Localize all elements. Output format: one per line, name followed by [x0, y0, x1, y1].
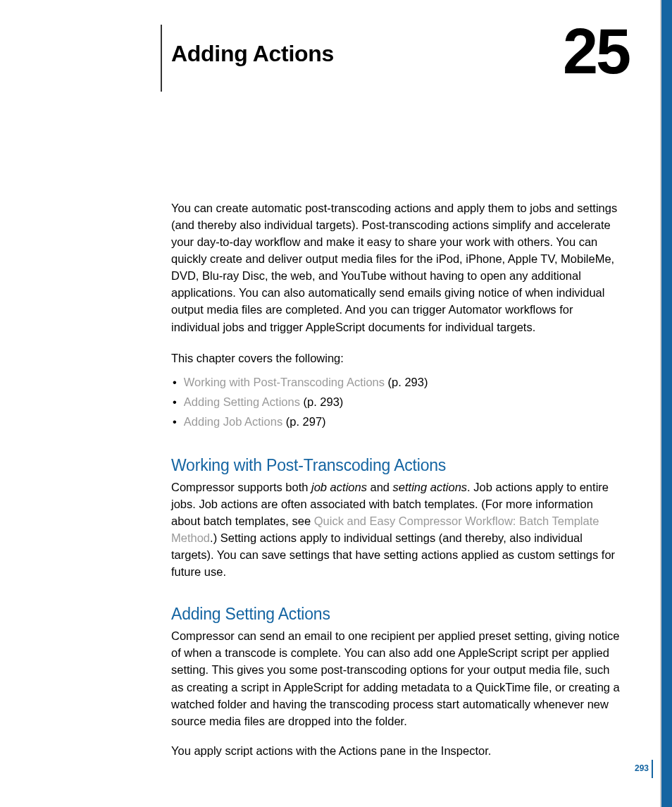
toc-page-ref: (p. 293): [300, 395, 343, 408]
section-heading-working: Working with Post-Transcoding Actions: [171, 456, 620, 475]
page-margin-stripe: [661, 0, 672, 807]
italic-term: job actions: [311, 481, 367, 493]
toc-page-ref: (p. 297): [282, 415, 325, 428]
toc-page-ref: (p. 293): [385, 376, 428, 388]
toc-item: • Working with Post-Transcoding Actions …: [173, 372, 620, 392]
section-heading-adding: Adding Setting Actions: [171, 605, 620, 624]
section-body: Compressor supports both job actions and…: [171, 479, 620, 580]
page-number-rule: [652, 760, 653, 778]
bullet-dot: •: [173, 392, 177, 412]
intro-paragraph: You can create automatic post-transcodin…: [171, 199, 620, 335]
section-body: Compressor can send an email to one reci…: [171, 627, 620, 729]
chapter-title: Adding Actions: [171, 41, 334, 67]
bullet-dot: •: [173, 372, 177, 392]
toc-link[interactable]: Adding Setting Actions: [184, 395, 300, 408]
chapter-covers-label: This chapter covers the following:: [171, 350, 620, 366]
bullet-dot: •: [173, 412, 177, 431]
page-content: You can create automatic post-transcodin…: [171, 199, 620, 772]
page-thin-rule: [660, 0, 661, 807]
toc-link[interactable]: Working with Post-Transcoding Actions: [184, 376, 385, 388]
italic-term: setting actions: [393, 481, 467, 493]
toc-item: • Adding Setting Actions (p. 293): [173, 392, 620, 412]
chapter-header-rule: [161, 25, 162, 92]
section-body: You apply script actions with the Action…: [171, 742, 620, 759]
toc-link[interactable]: Adding Job Actions: [184, 415, 282, 428]
document-page: Adding Actions 25 You can create automat…: [0, 0, 672, 807]
page-number: 293: [635, 763, 649, 773]
toc-item: • Adding Job Actions (p. 297): [173, 412, 620, 431]
chapter-number: 25: [563, 16, 629, 88]
